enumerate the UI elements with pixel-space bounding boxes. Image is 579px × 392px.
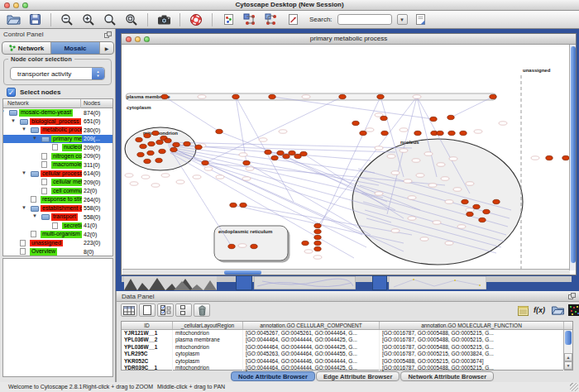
network-node[interactable] — [473, 204, 480, 208]
network-node[interactable] — [148, 141, 155, 146]
tree-row-cellular-metabo[interactable]: cellular metabo209(0) — [3, 178, 112, 187]
tree-row-biological-process[interactable]: ▼biological_process651(0) — [3, 117, 112, 127]
tree-row-unassigned[interactable]: unassigned223(0) — [3, 239, 112, 248]
network-node[interactable] — [277, 151, 284, 155]
table-row[interactable]: YLR295Ccytoplasm[GO:0045263, GO:0044464,… — [122, 351, 572, 357]
tree-row-secretion[interactable]: secretion41(0) — [3, 222, 112, 231]
table-column-header[interactable]: _cellularLayoutRegion — [173, 322, 243, 329]
network-node[interactable] — [414, 131, 421, 135]
table-scrollbar[interactable]: ▲ ▼ — [563, 330, 572, 370]
open-file-icon[interactable] — [5, 12, 22, 27]
tree-row-establishment-of-lo[interactable]: ▼establishment of lo558(0) — [3, 204, 112, 213]
network-node[interactable] — [380, 116, 387, 120]
network-node[interactable] — [243, 160, 250, 165]
network-node[interactable] — [144, 159, 151, 163]
network-node[interactable] — [302, 241, 309, 245]
zoom-selected-icon[interactable] — [102, 12, 118, 27]
network-node[interactable] — [137, 152, 144, 156]
network-node[interactable] — [437, 131, 443, 135]
zoom-in-icon[interactable] — [80, 12, 97, 27]
scroll-down-button[interactable]: ▼ — [564, 361, 572, 370]
network-node[interactable] — [156, 158, 162, 162]
network-node[interactable] — [230, 203, 237, 207]
disclosure-triangle-icon[interactable]: ▼ — [22, 205, 26, 210]
network-node[interactable] — [462, 199, 468, 203]
network-node[interactable] — [140, 144, 146, 148]
disclosure-triangle-icon[interactable]: ▼ — [32, 136, 37, 141]
network-node[interactable] — [173, 142, 179, 146]
tree-column-network[interactable]: Network — [7, 100, 29, 106]
tree-row-cellular-process[interactable]: ▼cellular process614(0) — [3, 170, 112, 179]
network-node[interactable] — [479, 218, 486, 222]
tree-row-primary-metabo[interactable]: ▼primary metabo209(... — [3, 135, 112, 144]
tab-network[interactable]: Network — [2, 42, 51, 54]
network-node[interactable] — [136, 137, 142, 141]
network-node[interactable] — [377, 94, 384, 98]
network-node[interactable] — [314, 229, 321, 233]
network-node[interactable] — [232, 94, 239, 98]
disclosure-triangle-icon[interactable]: ▼ — [11, 118, 16, 123]
network-node[interactable] — [314, 246, 321, 251]
float-panel-icon[interactable] — [104, 31, 112, 38]
scroll-up-button[interactable]: ▲ — [564, 353, 572, 361]
zoom-fit-icon[interactable] — [123, 12, 140, 27]
network-node[interactable] — [360, 131, 366, 135]
tree-row-multi-organism-pro[interactable]: multi-organism pro42(0) — [3, 230, 112, 239]
float-panel-icon[interactable] — [568, 293, 576, 299]
table-row[interactable]: YKR052Ccytoplasm[GO:0044464, GO:0044446,… — [122, 358, 572, 365]
network-node[interactable] — [289, 151, 295, 155]
network-node[interactable] — [184, 141, 190, 146]
unselect-all-attributes-icon[interactable] — [175, 304, 192, 317]
network-node[interactable] — [265, 150, 271, 154]
tab-node-attribute-browser[interactable]: Node Attribute Browser — [231, 371, 315, 381]
delete-attribute-icon[interactable] — [194, 304, 210, 317]
network-node[interactable] — [152, 131, 159, 135]
tab-mosaic[interactable]: Mosaic — [51, 42, 100, 54]
import-network-icon[interactable] — [220, 12, 237, 27]
tree-row-overview[interactable]: Overview8(0) — [3, 247, 112, 256]
network-node[interactable] — [467, 212, 473, 216]
table-scrollbar-thumb[interactable] — [565, 331, 572, 345]
save-icon[interactable] — [26, 12, 43, 27]
new-attribute-icon[interactable] — [139, 304, 156, 317]
network-node[interactable] — [271, 155, 278, 160]
network-node[interactable] — [460, 131, 467, 135]
apply-vizmap-icon[interactable] — [263, 12, 280, 27]
snapshot-camera-icon[interactable] — [156, 12, 172, 27]
network-node[interactable] — [352, 121, 359, 125]
network-node[interactable] — [339, 94, 346, 98]
network-node[interactable] — [161, 94, 168, 98]
node-color-dropdown[interactable]: transporter activity ▲▼ — [10, 67, 105, 80]
network-node[interactable] — [430, 117, 437, 121]
network-node[interactable] — [562, 155, 569, 160]
network-window-titlebar[interactable]: primary metabolic process — [122, 34, 576, 45]
disclosure-triangle-icon[interactable]: ▼ — [22, 170, 26, 175]
vertical-scrollbar[interactable] — [569, 45, 576, 270]
resize-grip[interactable] — [570, 383, 578, 391]
network-node[interactable] — [251, 244, 257, 248]
disclosure-triangle-icon[interactable]: ▼ — [32, 213, 37, 218]
table-row[interactable]: YPL036W__2plasma membrane[GO:0044464, GO… — [122, 337, 572, 343]
network-node[interactable] — [546, 155, 553, 160]
network-node[interactable] — [216, 129, 223, 133]
attribute-matrix-icon[interactable] — [567, 304, 579, 317]
network-node[interactable] — [269, 94, 275, 98]
search-configure-icon[interactable] — [413, 12, 429, 27]
select-all-attributes-icon[interactable] — [157, 304, 174, 317]
tree-row-macromolecule[interactable]: macromolecule311(0) — [3, 160, 112, 170]
network-node[interactable] — [490, 94, 496, 98]
network-node[interactable] — [283, 154, 290, 158]
network-node[interactable] — [314, 235, 321, 239]
table-column-header[interactable]: ID — [122, 322, 173, 329]
network-node[interactable] — [144, 133, 151, 137]
network-node[interactable] — [493, 199, 500, 203]
tree-row-nucleobase-[interactable]: nucleobase-209(0) — [3, 143, 112, 152]
annotation-icon[interactable] — [285, 12, 301, 27]
network-node[interactable] — [314, 223, 321, 227]
select-nodes-checkbox[interactable]: ✓ — [7, 88, 16, 97]
network-node[interactable] — [170, 147, 177, 151]
tree-row-metabolic-process[interactable]: ▼metabolic process280(0) — [3, 126, 112, 135]
notepad-icon[interactable] — [515, 304, 530, 317]
tree-row-transport[interactable]: ▼transport558(0) — [3, 213, 112, 222]
tree-row-mosaic-demo-yeast[interactable]: ▼mosaic-demo-yeast874(0) — [3, 108, 112, 117]
